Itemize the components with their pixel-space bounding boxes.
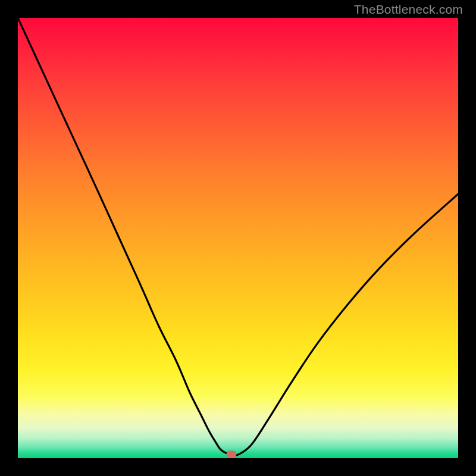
optimum-marker: [226, 451, 236, 458]
chart-frame: TheBottleneck.com: [0, 0, 476, 476]
plot-area: [18, 18, 458, 458]
attribution-text: TheBottleneck.com: [354, 2, 463, 17]
bottleneck-curve: [18, 18, 458, 458]
